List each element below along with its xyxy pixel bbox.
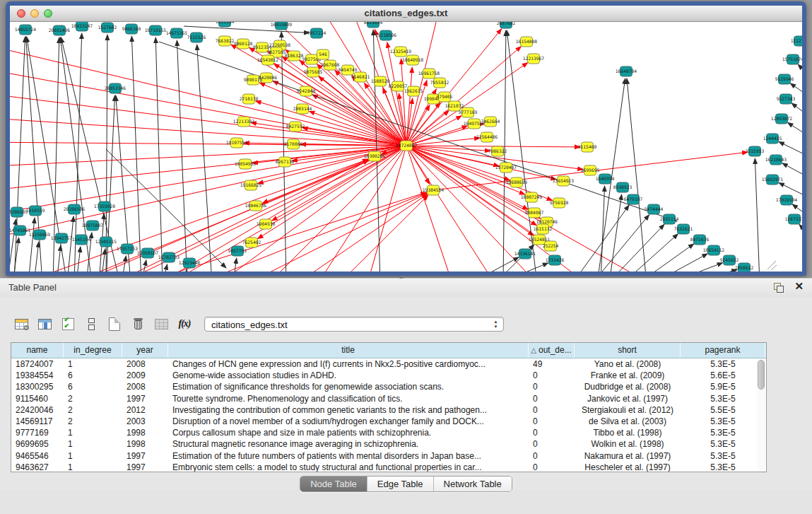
graph-node[interactable]: 8813054: [364, 22, 383, 28]
graph-node[interactable]: 1362615: [404, 86, 423, 96]
table-row[interactable]: 1830029562008Estimation of significance …: [11, 381, 766, 392]
table-row[interactable]: 1872400712008Changes of HCN gene express…: [11, 358, 766, 370]
graph-node[interactable]: 9875685: [304, 67, 323, 77]
table-row[interactable]: 946362711997Embryonic stem cells: a mode…: [11, 462, 766, 472]
column-header-out-de-[interactable]: △out_de...: [529, 343, 575, 358]
graph-node[interactable]: 546: [317, 49, 329, 59]
graph-node[interactable]: 16033809: [271, 22, 293, 30]
graph-node[interactable]: 9756928: [550, 198, 569, 208]
network-window-titlebar[interactable]: citations_edges.txt: [10, 6, 802, 22]
graph-node[interactable]: 9245652: [720, 255, 739, 265]
graph-node[interactable]: 17016504: [776, 195, 798, 205]
graph-node[interactable]: 11156869: [29, 230, 51, 240]
graph-node[interactable]: 18640910: [402, 55, 424, 65]
graph-node[interactable]: 9890173: [244, 75, 263, 85]
float-panel-icon[interactable]: [774, 283, 784, 292]
table-row[interactable]: 969969511998Structural magnetic resonanc…: [11, 438, 766, 450]
graph-node[interactable]: 19166825: [240, 180, 262, 190]
graph-node[interactable]: 16961758: [418, 69, 440, 78]
graph-node[interactable]: 12213967: [523, 54, 545, 64]
function-builder-icon[interactable]: f(x): [176, 315, 193, 333]
graph-node[interactable]: 679405: [437, 92, 453, 102]
import-table-icon[interactable]: [153, 315, 170, 333]
graph-node[interactable]: 2967608: [321, 60, 340, 70]
graph-node[interactable]: 8471676: [690, 235, 710, 245]
column-header-in-degree[interactable]: in_degree: [64, 343, 122, 358]
tab-edge-table[interactable]: Edge Table: [367, 477, 433, 491]
select-visible-columns-icon[interactable]: [59, 315, 76, 333]
graph-node[interactable]: 17957253: [117, 244, 139, 254]
graph-node[interactable]: 9857791: [228, 246, 247, 256]
table-options-icon[interactable]: ⚙: [13, 315, 30, 333]
graph-node[interactable]: 1167533: [785, 214, 802, 224]
graph-node[interactable]: 1112742: [791, 36, 802, 46]
column-header-title[interactable]: title: [168, 343, 529, 358]
create-column-icon[interactable]: [106, 315, 123, 333]
graph-node[interactable]: 2170066: [284, 139, 303, 149]
graph-node[interactable]: 16648784: [616, 66, 637, 76]
graph-node[interactable]: 8938923: [613, 182, 632, 192]
graph-node[interactable]: 10653247: [71, 22, 93, 31]
scrollbar-thumb[interactable]: [758, 360, 765, 390]
graph-node[interactable]: 16543812: [257, 55, 279, 65]
graph-node[interactable]: 16210643: [765, 155, 787, 165]
graph-node[interactable]: 1811304: [216, 22, 235, 27]
graph-node[interactable]: 14671365: [166, 28, 188, 38]
graph-node[interactable]: 9115460: [578, 142, 597, 152]
graph-node[interactable]: 3215953: [746, 146, 765, 156]
graph-node[interactable]: 9466160: [122, 24, 141, 34]
graph-node[interactable]: 15751074: [782, 54, 802, 64]
graph-node[interactable]: 9474444: [645, 204, 664, 214]
graph-node[interactable]: 19218506: [375, 30, 397, 40]
graph-node[interactable]: 9227343: [777, 94, 796, 104]
graph-node[interactable]: 16154808: [516, 37, 538, 47]
graph-node[interactable]: 2687682: [497, 22, 516, 28]
graph-node[interactable]: 6479197: [624, 194, 643, 204]
graph-node[interactable]: 1910559: [26, 206, 45, 216]
graph-node[interactable]: 12505115: [95, 237, 117, 247]
graph-node[interactable]: 7857224: [307, 28, 326, 38]
tab-node-table[interactable]: Node Table: [300, 477, 367, 491]
graph-node[interactable]: 2803144: [293, 104, 312, 114]
graph-node[interactable]: 9699695: [581, 165, 600, 175]
graph-node[interactable]: 2718170: [240, 94, 259, 104]
graph-node[interactable]: 19054955: [235, 159, 257, 169]
graph-node[interactable]: 1588520: [371, 76, 390, 86]
graph-node[interactable]: 1733426: [546, 255, 565, 265]
graph-node[interactable]: 1527602: [98, 23, 117, 33]
graph-node[interactable]: 28053346: [105, 83, 126, 93]
table-row[interactable]: 977716911998Corpus callosum shape and si…: [11, 427, 766, 438]
graph-node[interactable]: 14745061: [10, 226, 30, 235]
table-row[interactable]: 1456911722003Disruption of a novel membe…: [11, 416, 766, 427]
graph-node[interactable]: 18107554: [226, 138, 248, 148]
graph-node[interactable]: 2935114: [660, 214, 679, 224]
graph-node[interactable]: 7632621: [674, 224, 693, 234]
graph-node[interactable]: 9146821: [351, 72, 370, 82]
graph-node[interactable]: 1615132: [534, 224, 553, 234]
graph-node[interactable]: 12093872: [771, 114, 793, 124]
graph-node[interactable]: 16782753: [158, 252, 180, 262]
graph-node[interactable]: 20691406: [49, 25, 71, 35]
graph-node[interactable]: 20206506: [64, 204, 86, 214]
table-row[interactable]: 2242004622012Investigating the contribut…: [11, 404, 766, 416]
graph-node[interactable]: 9860128: [234, 39, 253, 49]
table-scrollbar[interactable]: [757, 358, 765, 472]
graph-node[interactable]: 10719155: [145, 25, 167, 35]
graph-node[interactable]: 26206505: [10, 207, 28, 217]
graph-node[interactable]: 12213393: [233, 117, 255, 127]
graph-node[interactable]: 15720407: [495, 163, 517, 173]
close-panel-icon[interactable]: ✕: [794, 280, 804, 293]
graph-node[interactable]: 1145194: [72, 235, 91, 245]
graph-node[interactable]: 7515526: [187, 33, 206, 42]
graph-node[interactable]: 10046756: [245, 201, 267, 211]
table-row[interactable]: 1938455462009Genome-wide association stu…: [11, 370, 766, 381]
column-header-year[interactable]: year: [122, 343, 168, 358]
graph-node[interactable]: 9129946: [775, 74, 794, 84]
row-options-icon[interactable]: [83, 315, 100, 333]
graph-node[interactable]: 12923448: [179, 258, 201, 268]
graph-node[interactable]: 10654112: [703, 245, 725, 255]
table-row[interactable]: 911546021997Tourette syndrome. Phenomeno…: [11, 393, 766, 404]
graph-node[interactable]: 2450612: [735, 263, 754, 271]
splitter-grip-icon[interactable]: ◢: [399, 274, 406, 278]
graph-node[interactable]: 9884067: [525, 208, 544, 218]
